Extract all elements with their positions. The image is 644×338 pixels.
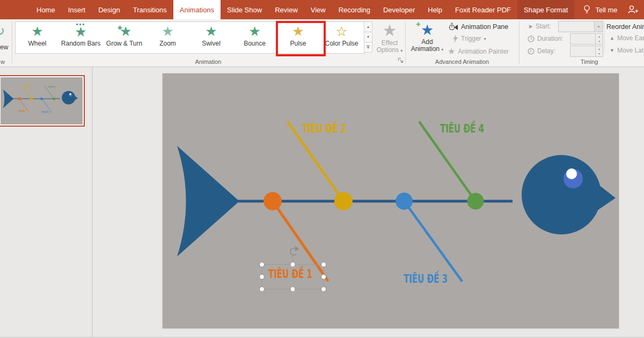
- swivel-label: Swivel: [202, 40, 221, 47]
- zoom-label: Zoom: [159, 40, 176, 47]
- label-tieu-de-4[interactable]: TIÊU ĐỀ 4: [440, 120, 484, 135]
- group-separator: [12, 21, 12, 64]
- animation-pane-button[interactable]: Animation Pane: [449, 23, 508, 31]
- selection-handle-sw[interactable]: [260, 287, 265, 292]
- animation-random-bars[interactable]: ★ Random Bars: [59, 22, 103, 53]
- slide-thumbnail-1[interactable]: TIÊU ĐỀ 1 TIÊU ĐỀ 2 TIÊU ĐỀ 3 TIÊU ĐỀ 4: [0, 75, 85, 127]
- random-bars-star-icon: ★: [75, 25, 86, 39]
- animation-grow-and-turn[interactable]: ★★ Grow & Turn: [103, 22, 146, 53]
- preview-icon[interactable]: ↻: [0, 24, 5, 39]
- tab-shape-format[interactable]: Shape Format: [517, 0, 574, 19]
- animation-bounce[interactable]: ★ Bounce: [233, 22, 276, 53]
- label-tieu-de-3[interactable]: TIÊU ĐỀ 3: [404, 270, 448, 285]
- tab-recording[interactable]: Recording: [332, 0, 377, 19]
- dropdown-caret-icon: ▾: [400, 48, 402, 53]
- selection-handle-s[interactable]: [290, 287, 295, 292]
- tab-help[interactable]: Help: [421, 0, 449, 19]
- gallery-scroll-down-button[interactable]: ▼: [364, 32, 372, 42]
- bounce-star-icon: ★: [248, 24, 260, 38]
- delay-clock-icon: [528, 48, 535, 55]
- spin-up-icon: ▲: [596, 46, 603, 52]
- add-animation-button[interactable]: + ★ Add Animation ▾: [409, 21, 445, 53]
- trigger-lightning-icon: [453, 34, 458, 43]
- person-add-icon: [627, 5, 639, 14]
- color-pulse-label: Color Pulse: [325, 40, 358, 47]
- move-later-button: ▼ Move Lat: [610, 47, 643, 54]
- fish-tail-shape[interactable]: [177, 146, 239, 256]
- thumbnail-slide-preview: TIÊU ĐỀ 1 TIÊU ĐỀ 2 TIÊU ĐỀ 3 TIÊU ĐỀ 4: [1, 77, 83, 124]
- up-triangle-icon: ▲: [367, 25, 370, 28]
- tab-foxit-reader-pdf[interactable]: Foxit Reader PDF: [449, 0, 517, 19]
- tab-view[interactable]: View: [304, 0, 332, 19]
- svg-text:TIÊU ĐỀ 1: TIÊU ĐỀ 1: [19, 109, 26, 112]
- down-triangle-icon: ▼: [367, 35, 370, 39]
- slide-thumbnail-panel: TIÊU ĐỀ 1 TIÊU ĐỀ 2 TIÊU ĐỀ 3 TIÊU ĐỀ 4: [0, 67, 93, 337]
- start-play-icon: ▶: [529, 24, 533, 29]
- dropdown-caret-icon: ▾: [441, 47, 443, 52]
- animation-group-label: Animation: [181, 58, 235, 65]
- color-pulse-star-icon: ☆: [335, 24, 347, 38]
- share-account-button[interactable]: [627, 5, 639, 16]
- animation-pulse[interactable]: ★ Pulse: [276, 22, 320, 53]
- swivel-star-icon: ★: [205, 24, 217, 38]
- selection-handle-e[interactable]: [321, 275, 326, 280]
- advanced-animation-group-label: Advanced Animation: [425, 58, 500, 65]
- delay-label-row: Delay:: [528, 47, 555, 55]
- tab-design[interactable]: Design: [92, 0, 126, 19]
- animation-painter-star-icon: ★: [448, 46, 455, 56]
- slide-editor-area: TIÊU ĐỀ 2 TIÊU ĐỀ 4 TIÊU ĐỀ 3 TIÊU ĐỀ 1: [93, 67, 644, 337]
- tab-insert[interactable]: Insert: [62, 0, 92, 19]
- tab-developer[interactable]: Developer: [377, 0, 421, 19]
- grow-turn-star-icon: ★: [120, 24, 131, 38]
- tab-review[interactable]: Review: [268, 0, 304, 19]
- svg-text:TIÊU ĐỀ 3: TIÊU ĐỀ 3: [42, 111, 49, 113]
- start-label-row: ▶ Start:: [529, 23, 551, 30]
- tab-transitions[interactable]: Transitions: [127, 0, 173, 19]
- selection-handle-n[interactable]: [290, 262, 295, 267]
- node-circle-2[interactable]: [334, 192, 353, 210]
- trigger-label: Trigger: [461, 35, 481, 42]
- animation-color-pulse[interactable]: ☆ Color Pulse: [320, 22, 363, 53]
- tell-me-button[interactable]: Tell me: [576, 0, 624, 19]
- group-separator: [519, 21, 519, 64]
- animation-gallery: ★ Wheel ★ Random Bars ★★ Grow & Turn ★ Z…: [15, 21, 365, 54]
- node-circle-1[interactable]: [264, 192, 282, 210]
- start-dropdown: ▼: [558, 21, 603, 32]
- animation-swivel[interactable]: ★ Swivel: [189, 22, 233, 53]
- tab-home[interactable]: Home: [30, 0, 62, 19]
- random-bars-label: Random Bars: [61, 40, 100, 47]
- plus-icon: +: [416, 19, 421, 28]
- branch-line-3[interactable]: [404, 201, 462, 281]
- spin-down-icon: ▼: [596, 52, 603, 57]
- slide-canvas[interactable]: TIÊU ĐỀ 2 TIÊU ĐỀ 4 TIÊU ĐỀ 3 TIÊU ĐỀ 1: [163, 74, 619, 328]
- duration-spinner: ▲▼: [570, 33, 603, 45]
- label-tieu-de-2[interactable]: TIÊU ĐỀ 2: [302, 120, 346, 135]
- tab-animations[interactable]: Animations: [173, 0, 221, 19]
- spin-up-icon: ▲: [596, 34, 603, 39]
- tell-me-label: Tell me: [595, 6, 617, 14]
- spin-down-icon: ▼: [596, 39, 603, 45]
- effect-options-star-icon: ★: [383, 24, 397, 38]
- node-circle-4[interactable]: [467, 193, 484, 210]
- selection-handle-se[interactable]: [321, 287, 326, 292]
- selection-handle-w[interactable]: [260, 275, 265, 280]
- bounce-label: Bounce: [244, 40, 266, 47]
- gallery-scroll-up-button[interactable]: ▲: [364, 21, 372, 32]
- selection-handle-nw[interactable]: [260, 262, 265, 267]
- timing-group-label: Timing: [562, 58, 616, 65]
- preview-button-truncated[interactable]: ew: [0, 43, 8, 51]
- label-tieu-de-1[interactable]: TIÊU ĐỀ 1: [268, 266, 312, 281]
- selection-handle-ne[interactable]: [321, 262, 326, 267]
- timing-inner-divider: [604, 23, 605, 54]
- gallery-more-button[interactable]: ▼: [364, 42, 372, 53]
- thumbnail-fishbone-diagram: TIÊU ĐỀ 1 TIÊU ĐỀ 2 TIÊU ĐỀ 3 TIÊU ĐỀ 4: [1, 77, 78, 120]
- tab-slide-show[interactable]: Slide Show: [221, 0, 268, 19]
- animation-wheel[interactable]: ★ Wheel: [16, 22, 59, 53]
- rotate-handle-arrow[interactable]: [295, 246, 299, 252]
- move-earlier-label: Move Ear: [617, 34, 644, 42]
- animation-zoom[interactable]: ★ Zoom: [146, 22, 189, 53]
- reorder-animation-title: Reorder Anim: [606, 23, 644, 31]
- node-circle-3[interactable]: [396, 193, 413, 210]
- animation-dialog-launcher[interactable]: [398, 57, 404, 65]
- pulse-label: Pulse: [290, 40, 306, 47]
